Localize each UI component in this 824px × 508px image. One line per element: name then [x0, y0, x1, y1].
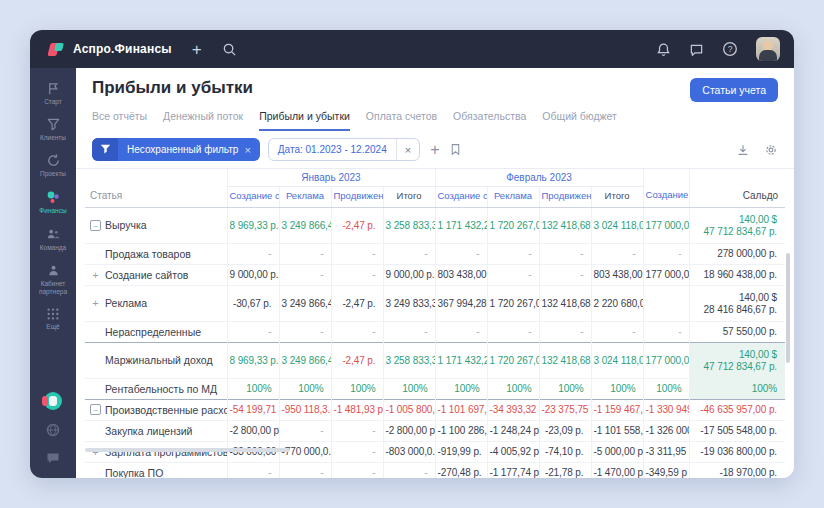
value-cell: 177 000,00 р: [643, 342, 689, 378]
value-cell: -1 101 558,...: [591, 420, 643, 441]
tab-profit-loss[interactable]: Прибыли и убытки: [259, 110, 350, 131]
horizontal-scrollbar[interactable]: [85, 448, 290, 452]
saldo-value: -19 036 800,00 р.: [692, 446, 778, 457]
value-cell: 9 000,00 р.: [227, 264, 279, 285]
column-header-dimension[interactable]: Создание сайтов: [643, 186, 689, 207]
sidebar-item-start[interactable]: Старт: [31, 76, 75, 112]
vertical-scrollbar[interactable]: [786, 253, 790, 363]
column-header-dimension[interactable]: Реклама: [487, 186, 539, 207]
date-filter-chip: Дата: 01.2023 - 12.2024 ×: [268, 138, 420, 161]
column-header-dimension[interactable]: Создание сайтов: [227, 186, 279, 207]
value-cell: 803 438,00 р.: [591, 264, 643, 285]
unsaved-filter-chip[interactable]: Несохраненный фильтр ×: [92, 138, 260, 161]
tab-all-reports[interactable]: Все отчёты: [92, 110, 147, 131]
row-label: Производственные расходы: [105, 404, 227, 416]
value-cell: -: [331, 321, 383, 342]
main-content: Прибыли и убытки Статьи учета Все отчёты…: [76, 68, 794, 478]
sidebar-item-team[interactable]: Команда: [31, 222, 75, 258]
collapse-toggle-icon[interactable]: –: [90, 404, 101, 415]
value-cell: -30,67 р.: [227, 285, 279, 321]
accounting-articles-button[interactable]: Статьи учета: [690, 78, 778, 102]
saldo-value: 18 960 438,00 р.: [692, 269, 778, 280]
create-button[interactable]: +: [192, 41, 202, 58]
expand-toggle-icon[interactable]: +: [90, 270, 101, 280]
tab-bill-payment[interactable]: Оплата счетов: [366, 110, 437, 131]
value-cell: 1 171 432,2...: [435, 342, 487, 378]
expand-toggle-icon[interactable]: +: [90, 298, 101, 308]
value-cell: -: [331, 441, 383, 462]
row-label-cell: Маржинальный доход: [85, 342, 227, 378]
sidebar-item-partner-cabinet[interactable]: Кабинет партнера: [31, 258, 75, 302]
date-filter-label[interactable]: Дата: 01.2023 - 12.2024: [269, 144, 396, 155]
value-cell: -1 470,00 р.: [591, 462, 643, 478]
page-title: Прибыли и убытки: [92, 78, 253, 98]
table-row: Нераспределенные---------57 550,00 р.: [85, 321, 785, 342]
row-label-cell: Продажа товаров: [85, 243, 227, 264]
saldo-value: 47 712 834,67 р.: [692, 226, 778, 237]
row-label: Рентабельность по МД: [105, 383, 217, 395]
value-cell: 3 258 833,3...: [383, 342, 435, 378]
table-row: Рентабельность по МД100%100%100%100%100%…: [85, 378, 785, 399]
value-cell: 100%: [591, 378, 643, 399]
value-cell: -34 393,32 р.: [487, 399, 539, 420]
table-row: Покупка ПО-----270,48 р.-1 177,74 р.-21,…: [85, 462, 785, 478]
date-filter-close-icon[interactable]: ×: [396, 139, 419, 160]
column-header-dimension[interactable]: Создание сайтов: [435, 186, 487, 207]
tab-general-budget[interactable]: Общий бюджет: [542, 110, 617, 131]
value-cell: -: [539, 243, 591, 264]
value-cell: 1 720 267,0...: [487, 207, 539, 243]
row-label: Создание сайтов: [105, 269, 188, 281]
user-avatar[interactable]: [756, 37, 780, 61]
product-logo-icon[interactable]: [44, 392, 62, 410]
column-header-dimension[interactable]: Реклама: [279, 186, 331, 207]
saldo-cell: 140,00 $47 712 834,67 р.: [689, 342, 785, 378]
table-row: +Реклама-30,67 р.3 249 866,4...-2,47 р.3…: [85, 285, 785, 321]
help-icon[interactable]: ?: [722, 41, 738, 57]
funnel-icon[interactable]: [92, 138, 118, 161]
tab-cash-flow[interactable]: Денежный поток: [163, 110, 243, 131]
column-header-dimension[interactable]: Продвижение: [331, 186, 383, 207]
unsaved-filter-close-icon[interactable]: ×: [244, 144, 259, 156]
value-cell: 367 994,28 р.: [435, 285, 487, 321]
saldo-value: 47 712 834,67 р.: [692, 361, 778, 372]
filter-bar: Несохраненный фильтр × Дата: 01.2023 - 1…: [76, 131, 794, 169]
bookmark-icon[interactable]: [449, 143, 462, 156]
value-cell: 3 249 833,3...: [383, 285, 435, 321]
saldo-value: 278 000,00 р.: [692, 248, 778, 259]
table-row: –Выручка8 969,33 р.3 249 866,4...-2,47 р…: [85, 207, 785, 243]
tab-obligations[interactable]: Обязательства: [453, 110, 526, 131]
column-header-dimension[interactable]: Продвижение: [539, 186, 591, 207]
messages-chat-icon[interactable]: [689, 42, 704, 57]
value-cell: -: [279, 264, 331, 285]
row-label: Выручка: [105, 219, 147, 231]
sidebar-item-finance[interactable]: Финансы: [31, 184, 75, 221]
value-cell: 3 249 866,4...: [279, 342, 331, 378]
sidebar-item-more[interactable]: Ещё: [31, 302, 75, 337]
support-icon[interactable]: [45, 450, 61, 466]
team-people-icon: [46, 227, 61, 242]
value-cell: -1 177,74 р.: [487, 462, 539, 478]
sidebar-item-clients[interactable]: Клиенты: [31, 112, 75, 148]
value-cell: 100%: [331, 378, 383, 399]
value-cell: -1 159 467,...: [591, 399, 643, 420]
value-cell: -: [331, 264, 383, 285]
value-cell: -: [279, 243, 331, 264]
search-icon[interactable]: [222, 42, 237, 57]
notifications-bell-icon[interactable]: [656, 42, 671, 57]
value-cell: -2,47 р.: [331, 207, 383, 243]
value-cell: -3 311,95 р: [643, 441, 689, 462]
integrations-icon[interactable]: [45, 422, 61, 438]
value-cell: 177 000,00 р: [643, 264, 689, 285]
saldo-value: 100%: [692, 383, 778, 394]
collapse-toggle-icon[interactable]: –: [90, 220, 101, 231]
add-filter-button[interactable]: +: [428, 142, 441, 158]
value-cell: -950 118,3...: [279, 399, 331, 420]
value-cell: 100%: [487, 378, 539, 399]
download-icon[interactable]: [736, 143, 750, 157]
table-row: Закупка лицензий-2 800,00 р.---2 800,00 …: [85, 420, 785, 441]
value-cell: 3 024 118,0...: [591, 207, 643, 243]
saldo-currency-value: 140,00 $: [692, 292, 778, 304]
sidebar-item-projects[interactable]: Проекты: [31, 148, 75, 184]
settings-gear-icon[interactable]: [764, 143, 778, 157]
value-cell: -2,47 р.: [331, 285, 383, 321]
